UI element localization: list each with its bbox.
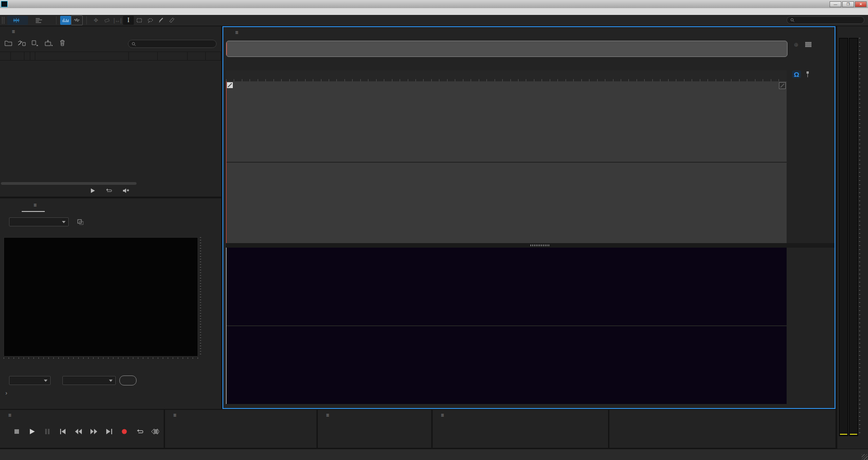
spectral-display[interactable] — [226, 248, 787, 404]
overview-strip[interactable] — [226, 41, 788, 57]
spectrogram-channel-2[interactable] — [226, 326, 787, 404]
time-panel: ≡ — [165, 410, 316, 448]
time-selection-tool[interactable]: I — [123, 16, 134, 25]
files-column-headers[interactable] — [0, 52, 221, 61]
selection-view-panel: ≡ — [433, 410, 608, 448]
record-button[interactable] — [119, 427, 129, 436]
timeline-ruler[interactable] — [226, 70, 787, 82]
scan-button[interactable] — [119, 376, 137, 385]
new-item-icon[interactable] — [31, 39, 40, 47]
search-icon — [132, 42, 136, 47]
go-to-start-button[interactable] — [58, 427, 68, 436]
chevron-down-icon — [62, 221, 66, 225]
loop-playback-button[interactable] — [105, 188, 113, 193]
panel-menu-icon[interactable]: ≡ — [8, 412, 11, 418]
edit-marker-icon[interactable] — [227, 82, 233, 88]
insert-multitrack-icon[interactable] — [44, 39, 53, 47]
razor-tool[interactable] — [101, 16, 112, 25]
go-to-end-button[interactable] — [104, 427, 114, 436]
waveform-display[interactable] — [226, 81, 787, 243]
app-window: — ❐ ✕ ✥ |↔| I — [0, 0, 868, 460]
tab-history[interactable] — [45, 202, 61, 205]
panel-menu-icon[interactable]: ≡ — [173, 412, 176, 418]
snapshot-icon[interactable] — [76, 218, 85, 226]
db-scale-channel-2 — [788, 163, 835, 243]
frequency-analysis-panel: ≡ › — [0, 198, 221, 409]
zoom-panel: ≡ — [318, 410, 431, 448]
preview-play-button[interactable] — [90, 188, 95, 193]
menubar — [0, 8, 868, 15]
move-tool[interactable]: ✥ — [90, 16, 101, 25]
level-meter-scale — [859, 38, 868, 436]
panel-menu-icon[interactable]: ≡ — [12, 28, 15, 35]
chevron-down-icon — [109, 380, 113, 384]
toolbar: ✥ |↔| I — [0, 15, 868, 26]
rewind-button[interactable] — [73, 427, 83, 436]
edit-marker-icon[interactable] — [779, 82, 786, 89]
playhead-line[interactable] — [226, 81, 226, 243]
multitrack-icon — [35, 18, 42, 23]
graph-hz-axis — [4, 357, 198, 366]
stop-button[interactable] — [12, 427, 22, 436]
maximize-button[interactable]: ❐ — [842, 1, 854, 7]
help-search-input[interactable] — [797, 17, 861, 23]
delete-icon[interactable] — [58, 39, 67, 47]
waveform-display-toggle[interactable] — [71, 15, 83, 25]
snap-magnet-icon[interactable]: Ω — [792, 70, 801, 78]
fast-forward-button[interactable] — [89, 427, 99, 436]
level-meter[interactable] — [839, 38, 858, 436]
scale-select[interactable] — [9, 217, 69, 226]
chevron-right-icon[interactable]: › — [5, 390, 7, 396]
marquee-selection-tool[interactable] — [134, 16, 145, 25]
tab-amplitude-statistics[interactable] — [5, 202, 22, 205]
skip-selection-button[interactable] — [150, 427, 160, 436]
panel-menu-icon[interactable]: ≡ — [326, 412, 329, 418]
spectrogram-channel-1[interactable] — [226, 248, 787, 325]
pause-button[interactable] — [42, 427, 52, 436]
slip-tool[interactable]: |↔| — [112, 16, 123, 25]
titlebar: — ❐ ✕ — [0, 0, 868, 8]
waveform-display-icon — [74, 18, 80, 23]
waveform-editor-button[interactable] — [7, 16, 28, 25]
files-hscrollbar[interactable] — [1, 182, 137, 185]
open-file-icon[interactable] — [4, 39, 13, 47]
resize-grip[interactable] — [862, 454, 868, 460]
panel-list-icon[interactable] — [805, 42, 812, 48]
close-button[interactable]: ✕ — [855, 1, 867, 7]
files-panel: ≡ — [0, 26, 221, 197]
waveform-channel-2[interactable] — [226, 163, 787, 243]
multitrack-button[interactable] — [30, 16, 51, 25]
level-meter-bar-right — [849, 38, 858, 436]
loop-playback-button[interactable] — [135, 427, 145, 436]
pin-icon[interactable] — [806, 71, 810, 78]
play-button[interactable] — [27, 427, 37, 436]
auto-play-button[interactable] — [123, 188, 130, 193]
empty-panel — [609, 410, 835, 448]
toolbar-grip[interactable] — [2, 17, 5, 24]
minimize-button[interactable]: — — [830, 1, 841, 7]
import-file-icon[interactable] — [17, 39, 26, 47]
paintbrush-tool[interactable] — [156, 16, 166, 25]
display-select[interactable] — [9, 376, 51, 385]
files-search-input[interactable] — [138, 40, 213, 48]
top-channel-select[interactable] — [62, 376, 116, 385]
levels-panel — [837, 26, 868, 449]
lasso-selection-tool[interactable] — [145, 16, 156, 25]
waveform-channel-1[interactable] — [226, 81, 787, 162]
db-scale-channel-1 — [788, 81, 835, 162]
tab-frequency-analysis[interactable]: ≡ — [22, 202, 45, 212]
spot-healing-brush-tool[interactable] — [166, 16, 177, 25]
level-meter-bar-left — [839, 38, 848, 436]
lasso-icon — [147, 18, 153, 23]
panel-menu-icon[interactable]: ≡ — [441, 412, 444, 418]
zoom-navigator-icon[interactable]: ⊕ — [794, 42, 798, 48]
panel-menu-icon[interactable]: ≡ — [235, 29, 238, 36]
frequency-graph-canvas — [4, 237, 198, 357]
waveform-icon — [13, 18, 20, 23]
spectral-display-toggle[interactable] — [60, 16, 71, 25]
playhead-line[interactable] — [226, 248, 226, 404]
wave-spectral-divider[interactable] — [226, 243, 835, 248]
status-bar — [0, 449, 868, 460]
marquee-icon — [137, 18, 142, 23]
app-logo-icon — [1, 1, 8, 7]
